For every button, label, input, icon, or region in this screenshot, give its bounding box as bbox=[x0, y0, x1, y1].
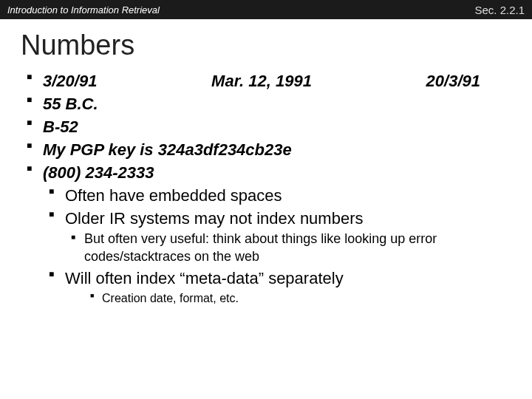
list-item: Creation date, format, etc. bbox=[90, 290, 510, 306]
header-left: Introduction to Information Retrieval bbox=[7, 4, 160, 16]
list-item: My PGP key is 324a3df234cb23e bbox=[27, 139, 510, 160]
list-item: (800) 234-2333 bbox=[27, 162, 510, 183]
text-quoted: meta-data bbox=[180, 269, 264, 287]
sub-list: Often have embedded spaces Older IR syst… bbox=[49, 185, 510, 229]
text-post: separately bbox=[264, 269, 344, 287]
date-long: Mar. 12, 1991 bbox=[211, 70, 312, 92]
bullet-list: 3/20/91 Mar. 12, 1991 20/3/91 55 B.C. B-… bbox=[27, 70, 510, 183]
header-section: Sec. 2.2.1 bbox=[474, 4, 525, 16]
sub-sub-sub-list: Creation date, format, etc. bbox=[90, 290, 510, 306]
list-item: Will often index meta-data separately bbox=[49, 267, 510, 289]
date-intl: 20/3/91 bbox=[426, 70, 480, 92]
list-item: Older IR systems may not index numbers bbox=[49, 208, 510, 229]
date-row: 3/20/91 Mar. 12, 1991 20/3/91 bbox=[43, 70, 510, 92]
list-item: But often very useful: think about thing… bbox=[71, 231, 510, 266]
text-pre: Will often index bbox=[65, 269, 180, 287]
slide-title: Numbers bbox=[0, 19, 532, 67]
list-item: 55 B.C. bbox=[27, 93, 510, 115]
sub-sub-list: But often very useful: think about thing… bbox=[71, 231, 510, 266]
list-item: B-52 bbox=[27, 116, 510, 137]
header-bar: Introduction to Information Retrieval Se… bbox=[0, 0, 532, 19]
list-item: Often have embedded spaces bbox=[49, 185, 510, 206]
slide: Introduction to Information Retrieval Se… bbox=[0, 0, 532, 399]
slide-body: 3/20/91 Mar. 12, 1991 20/3/91 55 B.C. B-… bbox=[0, 67, 532, 307]
sub-list-2: Will often index meta-data separately bbox=[49, 267, 510, 289]
date-us: 3/20/91 bbox=[43, 70, 97, 92]
list-item: 3/20/91 Mar. 12, 1991 20/3/91 bbox=[27, 70, 510, 92]
